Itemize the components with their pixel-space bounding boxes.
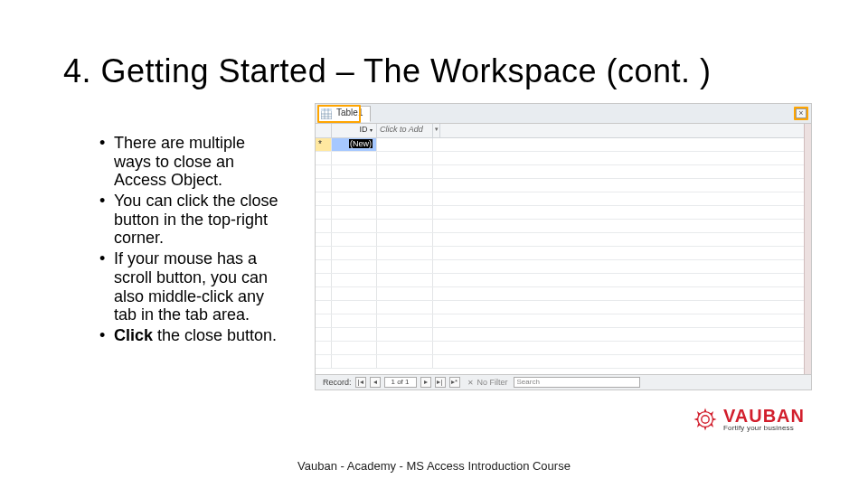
bullet-item: There are multiple ways to close an Acce… [99, 134, 280, 190]
bullet-item: You can click the close button in the to… [99, 192, 280, 248]
page-title: 4. Getting Started – The Workspace (cont… [63, 52, 712, 90]
tab-label: Table1 [336, 108, 363, 117]
gear-icon [693, 407, 718, 432]
close-button[interactable]: × [796, 108, 807, 118]
vertical-scrollbar[interactable] [804, 124, 811, 374]
bullet-item: Click the close button. [99, 326, 280, 345]
nav-filter-status: No Filter [477, 378, 508, 387]
cell-add[interactable] [377, 138, 433, 151]
column-header-click-to-add[interactable]: Click to Add [377, 124, 433, 137]
nav-new-button[interactable]: ▸* [449, 377, 460, 388]
bullet-item: If your mouse has a scroll button, you c… [99, 249, 280, 324]
table-row[interactable]: (New) [316, 138, 811, 152]
row-selector-header[interactable] [316, 124, 332, 137]
column-header-row: ID ▾ Click to Add ▾ [316, 124, 811, 138]
tab-strip: Table1 × [316, 104, 811, 124]
svg-point-7 [698, 412, 713, 427]
svg-point-6 [702, 416, 709, 423]
nav-search-input[interactable]: Search [514, 377, 640, 388]
cell-id[interactable]: (New) [332, 138, 377, 151]
column-header-id[interactable]: ID ▾ [332, 124, 377, 137]
nav-position[interactable]: 1 of 1 [384, 377, 417, 388]
brand-name: VAUBAN [723, 407, 805, 425]
brand-logo: VAUBAN Fortify your business [693, 407, 805, 432]
footer-text: Vauban - Academy - MS Access Introductio… [0, 459, 868, 473]
brand-tagline: Fortify your business [723, 425, 805, 432]
row-selector[interactable] [316, 138, 332, 151]
bullet-list: There are multiple ways to close an Acce… [99, 134, 280, 347]
nav-next-button[interactable]: ▸ [420, 377, 431, 388]
click-to-add-dropdown[interactable]: ▾ [433, 124, 440, 137]
nav-prev-button[interactable]: ◂ [370, 377, 381, 388]
document-tab[interactable]: Table1 [317, 106, 371, 122]
record-label: Record: [319, 378, 352, 387]
svg-rect-1 [321, 108, 332, 111]
nav-first-button[interactable]: |◂ [355, 377, 366, 388]
nav-last-button[interactable]: ▸| [435, 377, 446, 388]
access-screenshot: Table1 × ID ▾ Click to Add ▾ (New) [315, 103, 812, 390]
datasheet-grid[interactable]: (New) [316, 138, 811, 375]
record-nav-bar: Record: |◂ ◂ 1 of 1 ▸ ▸| ▸* ✕ No Filter … [316, 374, 811, 389]
table-icon [321, 108, 332, 119]
